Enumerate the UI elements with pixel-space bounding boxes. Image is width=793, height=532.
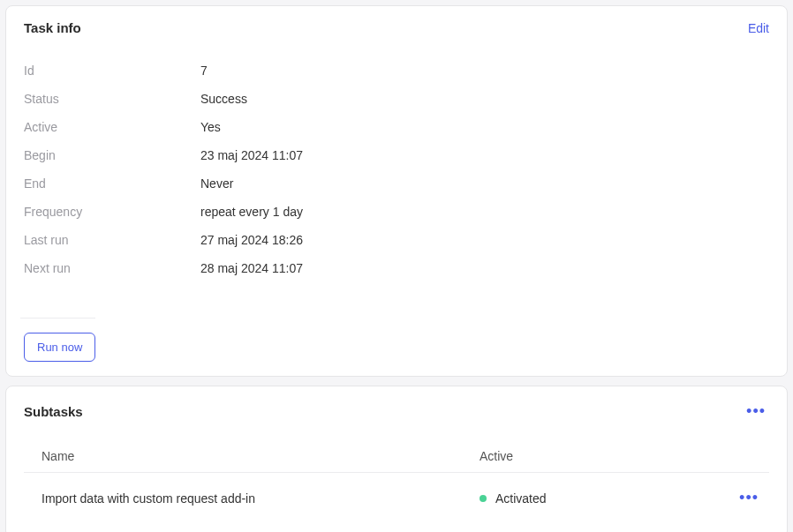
edit-link[interactable]: Edit	[748, 21, 769, 35]
field-label: Next run	[24, 261, 200, 275]
row-more-icon[interactable]: •••	[736, 487, 762, 508]
field-value: 27 maj 2024 18:26	[200, 233, 303, 247]
run-now-button[interactable]: Run now	[24, 333, 95, 362]
subtasks-table-header: Name Active	[24, 440, 769, 473]
field-label: Begin	[24, 148, 200, 162]
field-value: 7	[200, 64, 208, 78]
field-label: Active	[24, 120, 200, 134]
field-label: End	[24, 176, 200, 191]
field-end: End Never	[24, 169, 769, 198]
field-label: Last run	[24, 233, 200, 247]
task-info-card: Task info Edit Id 7 Status Success Activ…	[5, 5, 788, 377]
field-label: Id	[24, 64, 200, 78]
field-value: Yes	[200, 120, 221, 134]
field-active: Active Yes	[24, 113, 769, 141]
field-value: Success	[200, 92, 247, 106]
subtask-name: Import data with custom request add-in	[42, 491, 480, 506]
task-info-header: Task info Edit	[24, 20, 769, 35]
task-info-fields: Id 7 Status Success Active Yes Begin 23 …	[24, 56, 769, 282]
column-actions-header	[727, 449, 762, 463]
table-row: Import data with custom request add-in A…	[24, 473, 769, 523]
field-id: Id 7	[24, 56, 769, 85]
subtasks-header: Subtasks •••	[24, 401, 769, 423]
subtask-actions: •••	[727, 489, 762, 507]
field-value: 28 maj 2024 11:07	[200, 261, 303, 275]
task-actions: Run now	[24, 303, 769, 362]
field-value: Never	[200, 176, 233, 191]
subtask-active-label: Activated	[495, 491, 547, 506]
divider	[20, 318, 95, 318]
field-frequency: Frequency repeat every 1 day	[24, 198, 769, 226]
field-value: repeat every 1 day	[200, 205, 303, 219]
field-next-run: Next run 28 maj 2024 11:07	[24, 254, 769, 282]
subtasks-title: Subtasks	[24, 404, 83, 419]
field-begin: Begin 23 maj 2024 11:07	[24, 141, 769, 169]
column-name-header: Name	[42, 449, 480, 463]
more-icon[interactable]: •••	[743, 401, 769, 423]
task-info-title: Task info	[24, 20, 81, 35]
field-status: Status Success	[24, 85, 769, 113]
field-last-run: Last run 27 maj 2024 18:26	[24, 226, 769, 254]
status-dot-icon	[480, 495, 487, 502]
field-label: Frequency	[24, 205, 200, 219]
subtasks-card: Subtasks ••• Name Active Import data wit…	[5, 386, 788, 532]
field-value: 23 maj 2024 11:07	[200, 148, 303, 162]
subtasks-table: Name Active Import data with custom requ…	[24, 440, 769, 523]
subtask-active: Activated	[480, 491, 727, 506]
column-active-header: Active	[480, 449, 727, 463]
field-label: Status	[24, 92, 200, 106]
